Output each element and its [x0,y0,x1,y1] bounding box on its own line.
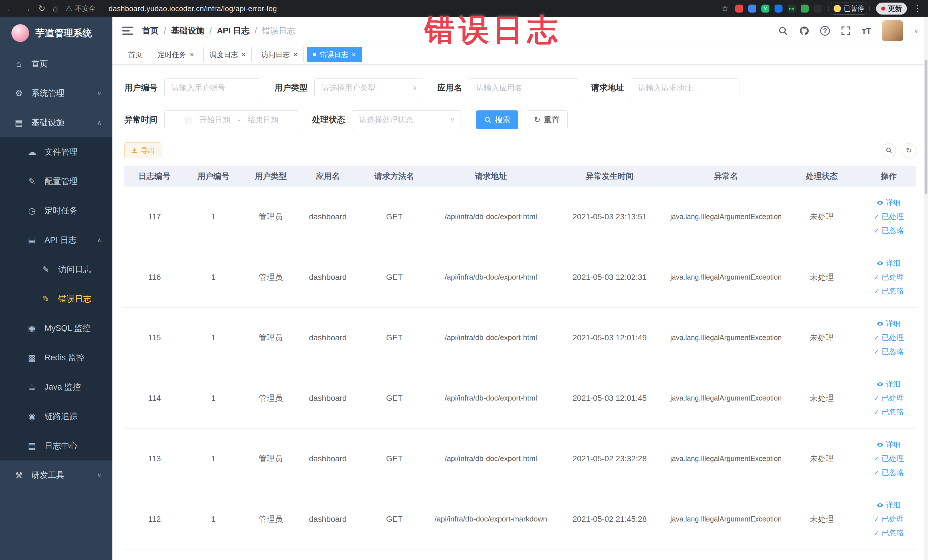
extension-green-leaf[interactable] [801,5,809,12]
security-label[interactable]: 不安全 [75,4,96,13]
sidebar-item-日志中心[interactable]: ▤日志中心 [0,431,112,461]
sidebar-item-链路追踪[interactable]: ◉链路追踪 [0,402,112,431]
action-已忽略[interactable]: ✓已忽略 [873,468,904,478]
table-row: 1131管理员dashboardGET/api/infra/db-doc/exp… [124,429,916,489]
app-name-input[interactable]: 请输入应用名 [469,78,578,97]
sidebar-item-错误日志[interactable]: ✎错误日志 [0,284,112,314]
action-详细[interactable]: 详细 [877,198,901,208]
browser-menu-icon[interactable]: ⋮ [913,4,922,13]
sidebar-item-MySQL 监控[interactable]: ▦MySQL 监控 [0,314,112,343]
breadcrumb-item-2[interactable]: 基础设施 [171,25,204,37]
tab-close-icon[interactable]: × [190,51,194,58]
font-size-icon[interactable]: тT [862,26,871,36]
action-详细[interactable]: 详细 [877,319,901,329]
chevron-down-icon[interactable]: ∨ [914,27,918,34]
bookmark-star-icon[interactable]: ☆ [721,4,729,13]
breadcrumb-separator: / [164,26,166,36]
log-center-icon: ▤ [26,441,38,451]
user-type-label: 用户类型 [275,82,308,93]
tab-定时任务[interactable]: 定时任务× [152,47,200,62]
update-button[interactable]: 更新 [876,3,907,15]
hamburger-icon[interactable] [122,26,133,35]
export-button[interactable]: 导出 [124,142,162,158]
toggle-search-button[interactable] [882,143,896,157]
tab-错误日志[interactable]: 错误日志× [307,47,362,62]
action-已处理[interactable]: ✓已处理 [873,333,904,343]
tab-close-icon[interactable]: × [352,51,356,58]
tab-close-icon[interactable]: × [293,51,297,58]
request-url-input[interactable]: 请输入请求地址 [631,78,739,97]
check-icon: ✓ [873,469,879,477]
cell-exception: java.lang.IllegalArgumentException [670,515,782,523]
sidebar-item-API 日志[interactable]: ▤API 日志∧ [0,225,112,255]
download-icon [131,147,138,154]
cell-actions: 详细✓已处理✓已忽略 [861,198,916,236]
action-已忽略[interactable]: ✓已忽略 [873,346,904,357]
tab-调度日志[interactable]: 调度日志× [203,47,252,62]
tab-首页[interactable]: 首页 [122,47,148,62]
app-logo[interactable]: 芋道管理系统 [0,17,112,49]
action-已处理[interactable]: ✓已处理 [873,393,904,403]
sidebar-item-访问日志[interactable]: ✎访问日志 [0,255,112,284]
sidebar-item-研发工具[interactable]: ⚒研发工具∨ [0,461,112,490]
cell-status: 未处理 [782,333,862,343]
user-id-input[interactable]: 请输入用户编号 [164,78,261,97]
action-label: 详细 [886,198,901,208]
tab-label: 调度日志 [209,50,238,60]
sidebar-item-配置管理[interactable]: ✎配置管理 [0,166,112,196]
extension-green-y[interactable]: Y [762,5,769,12]
tab-访问日志[interactable]: 访问日志× [255,47,303,62]
action-已忽略[interactable]: ✓已忽略 [873,407,904,417]
scrollbar-thumb[interactable] [925,60,927,194]
action-已忽略[interactable]: ✓已忽略 [873,528,904,538]
action-已忽略[interactable]: ✓已忽略 [873,286,904,296]
page-scrollbar[interactable] [924,17,928,560]
cell-exception: java.lang.IllegalArgumentException [670,394,782,402]
github-icon[interactable] [799,26,809,36]
tab-label: 定时任务 [158,50,186,60]
cell-user_id: 1 [185,394,243,403]
refresh-table-button[interactable]: ↻ [902,143,916,157]
reset-button[interactable]: ↻ 重置 [526,110,568,129]
action-已处理[interactable]: ✓已处理 [873,514,904,524]
exception-time-range-picker[interactable]: ▦ 开始日期 - 结束日期 [164,110,299,129]
sidebar-item-定时任务[interactable]: ◷定时任务 [0,196,112,225]
action-label: 已处理 [882,514,904,524]
process-status-select[interactable]: 请选择处理状态 ∨ [352,110,462,129]
forward-icon[interactable]: → [22,4,31,13]
action-详细[interactable]: 详细 [877,258,901,268]
avatar[interactable] [882,20,903,41]
breadcrumb-item-3[interactable]: API 日志 [217,25,249,37]
sidebar-item-基础设施[interactable]: ▤基础设施∧ [0,108,112,137]
browser-home-icon[interactable]: ⌂ [53,4,58,13]
tab-close-icon[interactable]: × [241,51,246,58]
action-已忽略[interactable]: ✓已忽略 [873,226,904,236]
action-已处理[interactable]: ✓已处理 [873,272,904,282]
paused-badge[interactable]: 已暂停 [828,3,870,15]
search-button[interactable]: 搜索 [476,110,518,129]
sidebar-item-Java 监控[interactable]: ☕Java 监控 [0,372,112,402]
extension-dark-paw[interactable] [814,5,822,12]
sidebar-item-系统管理[interactable]: ⚙系统管理∨ [0,78,112,108]
sidebar-item-首页[interactable]: ⌂首页 [0,49,112,78]
reload-icon[interactable]: ↻ [38,4,45,13]
action-详细[interactable]: 详细 [877,379,901,389]
breadcrumb-item-1[interactable]: 首页 [142,25,159,37]
sidebar-item-Redis 监控[interactable]: ▩Redis 监控 [0,343,112,372]
extension-red-circle[interactable] [735,5,743,12]
action-详细[interactable]: 详细 [877,500,901,510]
search-icon[interactable] [778,26,788,36]
action-已处理[interactable]: ✓已处理 [873,212,904,222]
user-type-select[interactable]: 请选择用户类型 ∨ [314,78,424,97]
extension-blue-grid[interactable] [774,5,783,12]
extension-blue-drop[interactable] [748,5,756,12]
extension-on-switch[interactable]: on [788,5,796,12]
help-icon[interactable]: ? [820,26,830,36]
security-warning-icon[interactable]: ⚠ [65,4,72,13]
url-text[interactable]: dashboard.yudao.iocoder.cn/infra/log/api… [108,4,277,13]
sidebar-item-文件管理[interactable]: ☁文件管理 [0,137,112,166]
action-已处理[interactable]: ✓已处理 [873,453,904,464]
fullscreen-icon[interactable] [841,26,851,36]
back-icon[interactable]: ← [6,4,15,13]
action-详细[interactable]: 详细 [877,439,901,450]
